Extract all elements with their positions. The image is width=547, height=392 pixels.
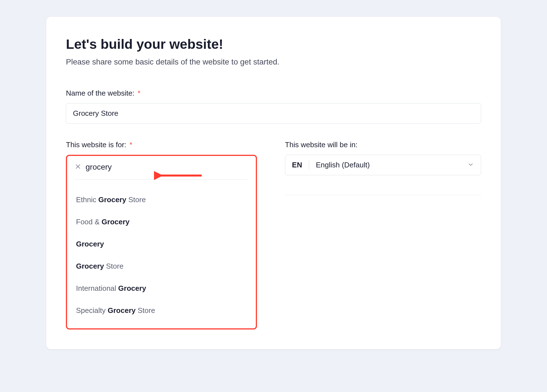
- option-suffix: Store: [126, 195, 146, 204]
- website-name-input[interactable]: [66, 103, 481, 124]
- option-suffix: Store: [135, 306, 155, 315]
- website-name-label: Name of the website: *: [66, 89, 481, 98]
- website-type-col: This website is for: *: [66, 140, 257, 329]
- option-match: Grocery: [118, 284, 146, 292]
- language-select[interactable]: EN English (Default): [285, 155, 481, 175]
- dropdown-item[interactable]: Specialty Grocery Store: [75, 299, 248, 322]
- website-name-label-text: Name of the website:: [66, 89, 134, 97]
- option-match: Grocery: [108, 306, 136, 315]
- option-prefix: Ethnic: [76, 195, 98, 204]
- option-suffix: Store: [104, 262, 123, 270]
- type-search-dropdown: Ethnic Grocery Store Food & Grocery Groc…: [66, 155, 257, 329]
- language-label: This website will be in:: [285, 140, 481, 149]
- option-prefix: Food &: [76, 218, 102, 226]
- language-label-text: This website will be in:: [285, 140, 358, 149]
- option-match: Grocery: [76, 240, 104, 248]
- language-left: EN English (Default): [292, 161, 370, 169]
- dropdown-item[interactable]: Food & Grocery: [75, 211, 248, 233]
- dropdown-item[interactable]: Ethnic Grocery Store: [75, 189, 248, 211]
- option-match: Grocery: [98, 195, 127, 204]
- dropdown-item[interactable]: International Grocery: [75, 277, 248, 299]
- option-match: Grocery: [76, 262, 104, 270]
- page-title: Let's build your website!: [66, 36, 481, 52]
- language-code: EN: [292, 161, 309, 169]
- form-columns: This website is for: *: [66, 140, 481, 329]
- language-col: This website will be in: EN English (Def…: [285, 140, 481, 329]
- arrow-annotation-icon: [154, 170, 204, 182]
- dropdown-item[interactable]: Grocery: [75, 233, 248, 255]
- required-mark: *: [137, 89, 140, 97]
- website-name-row: Name of the website: *: [66, 89, 481, 124]
- option-prefix: International: [76, 284, 118, 292]
- type-dropdown-list: Ethnic Grocery Store Food & Grocery Groc…: [67, 180, 256, 328]
- option-prefix: Specialty: [76, 306, 108, 315]
- page-subtitle: Please share some basic details of the w…: [66, 57, 481, 66]
- option-match: Grocery: [102, 218, 130, 226]
- website-type-label: This website is for: *: [66, 140, 257, 149]
- language-name: English (Default): [316, 161, 370, 169]
- builder-card: Let's build your website! Please share s…: [46, 17, 501, 349]
- website-type-label-text: This website is for:: [66, 140, 126, 149]
- close-icon[interactable]: [75, 163, 86, 171]
- section-divider: [285, 195, 481, 195]
- chevron-down-icon: [467, 161, 474, 169]
- required-mark: *: [130, 140, 132, 149]
- dropdown-item[interactable]: Grocery Store: [75, 255, 248, 277]
